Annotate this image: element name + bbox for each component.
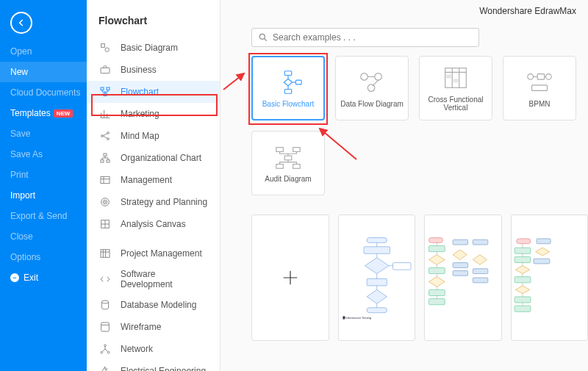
svg-point-15: [104, 201, 105, 202]
template-new-blank[interactable]: [251, 215, 329, 341]
svg-rect-9: [104, 154, 107, 156]
template-preview-1[interactable]: Performance Testing: [338, 215, 416, 341]
cat-item-database-modeling[interactable]: Database Modeling: [87, 294, 220, 316]
svg-point-21: [101, 351, 103, 353]
svg-rect-66: [473, 278, 487, 283]
sidebar-item-exit[interactable]: − Exit: [0, 267, 87, 288]
sidebar-item-save[interactable]: Save: [0, 123, 87, 144]
svg-point-28: [361, 73, 368, 80]
cat-item-analysis-canvas[interactable]: Analysis Canvas: [87, 213, 220, 235]
cat-item-flowchart[interactable]: Flowchart: [87, 81, 220, 103]
svg-rect-74: [514, 277, 531, 283]
svg-marker-56: [429, 277, 445, 287]
svg-rect-63: [453, 270, 467, 275]
cat-item-organizational-chart[interactable]: Organizational Chart: [87, 147, 220, 169]
svg-rect-0: [101, 44, 105, 48]
sidebar-item-cloud-documents[interactable]: Cloud Documents: [0, 82, 87, 103]
back-button[interactable]: [10, 12, 32, 34]
svg-rect-47: [367, 278, 387, 286]
cat-item-wireframe[interactable]: Wireframe: [87, 316, 220, 338]
svg-rect-51: [343, 316, 345, 319]
svg-marker-73: [515, 266, 529, 274]
svg-rect-24: [284, 71, 292, 75]
svg-rect-71: [533, 259, 549, 264]
template-preview-2[interactable]: [424, 215, 502, 341]
svg-point-34: [528, 73, 534, 79]
svg-rect-39: [293, 147, 301, 151]
svg-rect-68: [537, 239, 551, 244]
svg-rect-67: [516, 239, 530, 244]
cat-item-marketing[interactable]: Marketing: [87, 103, 220, 125]
svg-rect-49: [367, 308, 387, 313]
category-title: Flowchart: [87, 7, 220, 37]
svg-marker-25: [284, 79, 292, 86]
svg-point-18: [101, 300, 108, 303]
search-box[interactable]: [251, 28, 479, 47]
svg-marker-48: [367, 289, 387, 303]
card-cross-functional-vertical[interactable]: Cross Functional Vertical: [419, 56, 492, 120]
svg-point-36: [546, 73, 552, 79]
project-icon: [98, 247, 112, 260]
sidebar-item-new[interactable]: New: [0, 62, 87, 82]
mgmt-icon: [98, 173, 112, 187]
sidebar-blue: Open New Cloud Documents TemplatesNEW Sa…: [0, 0, 87, 371]
cards-grid: Basic Flowchart Data Flow Diagram: [251, 56, 576, 195]
svg-rect-17: [101, 250, 110, 258]
svg-rect-12: [101, 176, 110, 183]
svg-point-22: [107, 351, 110, 353]
search-input[interactable]: [273, 32, 473, 43]
svg-point-30: [368, 84, 375, 91]
cat-item-basic-diagram[interactable]: Basic Diagram: [87, 37, 220, 59]
svg-marker-64: [473, 255, 487, 265]
sidebar-item-save-as[interactable]: Save As: [0, 144, 87, 165]
svg-point-6: [101, 135, 104, 137]
card-basic-flowchart[interactable]: Basic Flowchart: [251, 56, 325, 120]
svg-rect-41: [276, 164, 284, 168]
svg-rect-2: [101, 68, 110, 73]
card-bpmn[interactable]: BPMN: [503, 56, 576, 120]
sidebar-item-close[interactable]: Close: [0, 226, 87, 247]
svg-rect-5: [104, 93, 107, 96]
svg-marker-45: [365, 258, 389, 274]
svg-rect-77: [514, 306, 531, 311]
ee-icon: [98, 364, 112, 371]
sidebar-item-print[interactable]: Print: [0, 165, 87, 185]
new-badge: NEW: [54, 109, 74, 118]
svg-rect-58: [429, 299, 445, 305]
svg-rect-65: [473, 269, 487, 274]
db-icon: [98, 298, 112, 311]
sidebar-item-options[interactable]: Options: [0, 247, 87, 267]
svg-rect-40: [284, 156, 292, 160]
svg-rect-42: [293, 164, 301, 168]
main-panel: Wondershare EdrawMax Basic Flowchart: [220, 0, 588, 371]
svg-marker-70: [535, 248, 549, 256]
cat-item-strategy-planning[interactable]: Strategy and Planning: [87, 191, 220, 213]
svg-rect-19: [101, 323, 110, 331]
card-audit-diagram[interactable]: Audit Diagram: [251, 131, 325, 195]
cat-item-project-management[interactable]: Project Management: [87, 242, 220, 264]
sidebar-item-open[interactable]: Open: [0, 41, 87, 62]
svg-rect-69: [514, 248, 531, 253]
cat-item-network[interactable]: Network: [87, 338, 220, 360]
svg-rect-4: [107, 87, 110, 90]
canvas-icon: [98, 217, 112, 231]
cat-item-business[interactable]: Business: [87, 59, 220, 81]
svg-rect-72: [514, 256, 531, 262]
card-data-flow-diagram[interactable]: Data Flow Diagram: [335, 56, 409, 120]
svg-point-23: [259, 34, 265, 39]
cat-item-electrical-engineering[interactable]: Electrical Engineering: [87, 360, 220, 371]
templates-row: Performance Testing: [251, 215, 588, 341]
svg-rect-37: [532, 84, 548, 90]
svg-rect-59: [453, 239, 467, 245]
sidebar-item-import[interactable]: Import: [0, 185, 87, 206]
svg-marker-54: [429, 255, 445, 265]
cat-item-management[interactable]: Management: [87, 169, 220, 191]
cat-item-software-development[interactable]: Software Development: [87, 264, 220, 294]
template-preview-3[interactable]: [511, 215, 589, 341]
svg-rect-38: [276, 147, 284, 151]
sidebar-item-templates[interactable]: TemplatesNEW: [0, 103, 87, 123]
cat-item-mind-map[interactable]: Mind Map: [87, 125, 220, 147]
svg-rect-60: [473, 239, 487, 245]
svg-rect-11: [107, 160, 110, 162]
sidebar-item-export-send[interactable]: Export & Send: [0, 206, 87, 226]
